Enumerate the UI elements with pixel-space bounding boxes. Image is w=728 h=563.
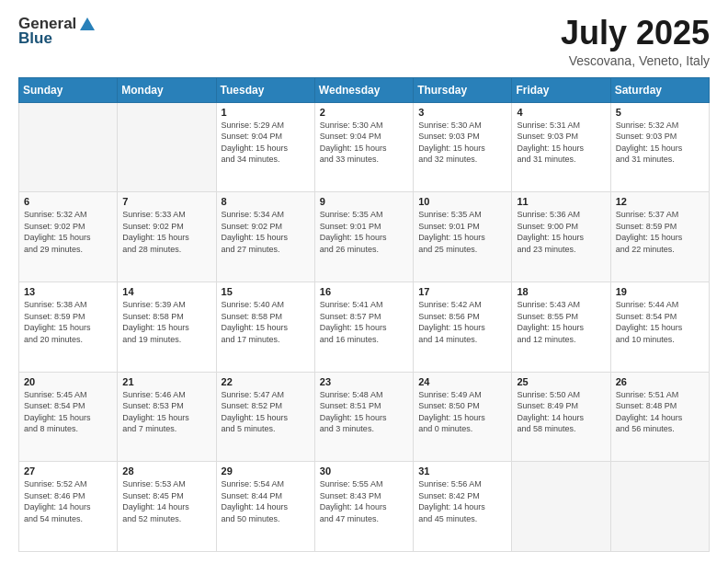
day-info: Sunrise: 5:46 AM Sunset: 8:53 PM Dayligh…: [122, 389, 210, 435]
calendar-cell: 28Sunrise: 5:53 AM Sunset: 8:45 PM Dayli…: [118, 462, 216, 552]
calendar-day-header: Wednesday: [314, 77, 413, 102]
calendar-cell: 3Sunrise: 5:30 AM Sunset: 9:03 PM Daylig…: [414, 102, 512, 192]
day-number: 12: [616, 196, 704, 207]
day-info: Sunrise: 5:47 AM Sunset: 8:52 PM Dayligh…: [222, 389, 310, 435]
day-info: Sunrise: 5:44 AM Sunset: 8:54 PM Dayligh…: [616, 299, 704, 345]
calendar-cell: 10Sunrise: 5:35 AM Sunset: 9:01 PM Dayli…: [414, 192, 512, 282]
day-number: 10: [418, 196, 506, 207]
day-info: Sunrise: 5:56 AM Sunset: 8:42 PM Dayligh…: [418, 478, 506, 524]
calendar-cell: [512, 462, 610, 552]
day-info: Sunrise: 5:43 AM Sunset: 8:55 PM Dayligh…: [517, 299, 605, 345]
logo-icon: [78, 16, 97, 34]
calendar-day-header: Saturday: [610, 77, 709, 102]
calendar-cell: 29Sunrise: 5:54 AM Sunset: 8:44 PM Dayli…: [216, 462, 314, 552]
calendar-cell: 11Sunrise: 5:36 AM Sunset: 9:00 PM Dayli…: [512, 192, 610, 282]
calendar-week-row: 1Sunrise: 5:29 AM Sunset: 9:04 PM Daylig…: [19, 102, 710, 192]
day-number: 26: [616, 376, 704, 387]
calendar-cell: 13Sunrise: 5:38 AM Sunset: 8:59 PM Dayli…: [19, 282, 118, 372]
calendar-cell: 23Sunrise: 5:48 AM Sunset: 8:51 PM Dayli…: [314, 372, 413, 462]
day-number: 2: [320, 107, 408, 118]
calendar-cell: 18Sunrise: 5:43 AM Sunset: 8:55 PM Dayli…: [512, 282, 610, 372]
calendar-cell: 14Sunrise: 5:39 AM Sunset: 8:58 PM Dayli…: [118, 282, 216, 372]
day-number: 17: [418, 286, 506, 297]
header: General Blue July 2025 Vescovana, Veneto…: [18, 15, 710, 68]
calendar-cell: 19Sunrise: 5:44 AM Sunset: 8:54 PM Dayli…: [610, 282, 709, 372]
calendar-cell: 30Sunrise: 5:55 AM Sunset: 8:43 PM Dayli…: [314, 462, 413, 552]
calendar-cell: 8Sunrise: 5:34 AM Sunset: 9:02 PM Daylig…: [216, 192, 314, 282]
day-info: Sunrise: 5:35 AM Sunset: 9:01 PM Dayligh…: [320, 209, 408, 255]
day-info: Sunrise: 5:51 AM Sunset: 8:48 PM Dayligh…: [616, 389, 704, 435]
calendar-week-row: 27Sunrise: 5:52 AM Sunset: 8:46 PM Dayli…: [19, 462, 710, 552]
day-number: 23: [320, 376, 408, 387]
calendar-cell: 22Sunrise: 5:47 AM Sunset: 8:52 PM Dayli…: [216, 372, 314, 462]
day-info: Sunrise: 5:41 AM Sunset: 8:57 PM Dayligh…: [320, 299, 408, 345]
calendar-week-row: 13Sunrise: 5:38 AM Sunset: 8:59 PM Dayli…: [19, 282, 710, 372]
day-number: 13: [24, 286, 112, 297]
calendar-day-header: Thursday: [414, 77, 512, 102]
day-number: 8: [222, 196, 310, 207]
day-number: 22: [222, 376, 310, 387]
calendar-cell: [118, 102, 216, 192]
day-info: Sunrise: 5:37 AM Sunset: 8:59 PM Dayligh…: [616, 209, 704, 255]
calendar-cell: 21Sunrise: 5:46 AM Sunset: 8:53 PM Dayli…: [118, 372, 216, 462]
day-number: 11: [517, 196, 605, 207]
day-number: 30: [320, 465, 408, 477]
calendar-cell: 1Sunrise: 5:29 AM Sunset: 9:04 PM Daylig…: [216, 102, 314, 192]
calendar-day-header: Friday: [512, 77, 610, 102]
calendar-cell: 26Sunrise: 5:51 AM Sunset: 8:48 PM Dayli…: [610, 372, 709, 462]
day-number: 15: [222, 286, 310, 297]
calendar-cell: 4Sunrise: 5:31 AM Sunset: 9:03 PM Daylig…: [512, 102, 610, 192]
month-title: July 2025: [561, 15, 710, 52]
calendar-cell: 9Sunrise: 5:35 AM Sunset: 9:01 PM Daylig…: [314, 192, 413, 282]
calendar-cell: 31Sunrise: 5:56 AM Sunset: 8:42 PM Dayli…: [414, 462, 512, 552]
day-number: 9: [320, 196, 408, 207]
day-info: Sunrise: 5:42 AM Sunset: 8:56 PM Dayligh…: [418, 299, 506, 345]
calendar-header-row: SundayMondayTuesdayWednesdayThursdayFrid…: [19, 77, 710, 102]
day-info: Sunrise: 5:55 AM Sunset: 8:43 PM Dayligh…: [320, 478, 408, 524]
calendar-cell: 16Sunrise: 5:41 AM Sunset: 8:57 PM Dayli…: [314, 282, 413, 372]
calendar-day-header: Sunday: [19, 77, 118, 102]
day-info: Sunrise: 5:36 AM Sunset: 9:00 PM Dayligh…: [517, 209, 605, 255]
calendar-week-row: 6Sunrise: 5:32 AM Sunset: 9:02 PM Daylig…: [19, 192, 710, 282]
day-info: Sunrise: 5:39 AM Sunset: 8:58 PM Dayligh…: [122, 299, 210, 345]
calendar-day-header: Monday: [118, 77, 216, 102]
calendar-cell: 6Sunrise: 5:32 AM Sunset: 9:02 PM Daylig…: [19, 192, 118, 282]
calendar-week-row: 20Sunrise: 5:45 AM Sunset: 8:54 PM Dayli…: [19, 372, 710, 462]
day-number: 14: [122, 286, 210, 297]
location: Vescovana, Veneto, Italy: [561, 53, 710, 68]
day-info: Sunrise: 5:54 AM Sunset: 8:44 PM Dayligh…: [222, 478, 310, 524]
page: General Blue July 2025 Vescovana, Veneto…: [0, 0, 728, 563]
calendar-cell: 7Sunrise: 5:33 AM Sunset: 9:02 PM Daylig…: [118, 192, 216, 282]
day-info: Sunrise: 5:45 AM Sunset: 8:54 PM Dayligh…: [24, 389, 112, 435]
calendar-cell: 27Sunrise: 5:52 AM Sunset: 8:46 PM Dayli…: [19, 462, 118, 552]
day-info: Sunrise: 5:29 AM Sunset: 9:04 PM Dayligh…: [222, 120, 310, 166]
calendar-cell: 2Sunrise: 5:30 AM Sunset: 9:04 PM Daylig…: [314, 102, 413, 192]
day-number: 19: [616, 286, 704, 297]
day-info: Sunrise: 5:32 AM Sunset: 9:03 PM Dayligh…: [616, 120, 704, 166]
calendar-cell: 15Sunrise: 5:40 AM Sunset: 8:58 PM Dayli…: [216, 282, 314, 372]
day-info: Sunrise: 5:35 AM Sunset: 9:01 PM Dayligh…: [418, 209, 506, 255]
day-number: 16: [320, 286, 408, 297]
calendar-cell: 12Sunrise: 5:37 AM Sunset: 8:59 PM Dayli…: [610, 192, 709, 282]
day-info: Sunrise: 5:38 AM Sunset: 8:59 PM Dayligh…: [24, 299, 112, 345]
day-number: 3: [418, 107, 506, 118]
day-number: 18: [517, 286, 605, 297]
calendar-day-header: Tuesday: [216, 77, 314, 102]
day-info: Sunrise: 5:50 AM Sunset: 8:49 PM Dayligh…: [517, 389, 605, 435]
logo-blue: Blue: [18, 29, 52, 48]
day-number: 1: [222, 107, 310, 118]
calendar-cell: 20Sunrise: 5:45 AM Sunset: 8:54 PM Dayli…: [19, 372, 118, 462]
calendar-cell: 24Sunrise: 5:49 AM Sunset: 8:50 PM Dayli…: [414, 372, 512, 462]
day-number: 28: [122, 465, 210, 477]
day-number: 21: [122, 376, 210, 387]
day-info: Sunrise: 5:30 AM Sunset: 9:04 PM Dayligh…: [320, 120, 408, 166]
day-number: 25: [517, 376, 605, 387]
day-info: Sunrise: 5:52 AM Sunset: 8:46 PM Dayligh…: [24, 478, 112, 524]
day-info: Sunrise: 5:49 AM Sunset: 8:50 PM Dayligh…: [418, 389, 506, 435]
svg-marker-0: [80, 17, 95, 30]
calendar-cell: 25Sunrise: 5:50 AM Sunset: 8:49 PM Dayli…: [512, 372, 610, 462]
calendar-cell: 17Sunrise: 5:42 AM Sunset: 8:56 PM Dayli…: [414, 282, 512, 372]
day-number: 5: [616, 107, 704, 118]
calendar-table: SundayMondayTuesdayWednesdayThursdayFrid…: [18, 77, 710, 552]
day-number: 7: [122, 196, 210, 207]
